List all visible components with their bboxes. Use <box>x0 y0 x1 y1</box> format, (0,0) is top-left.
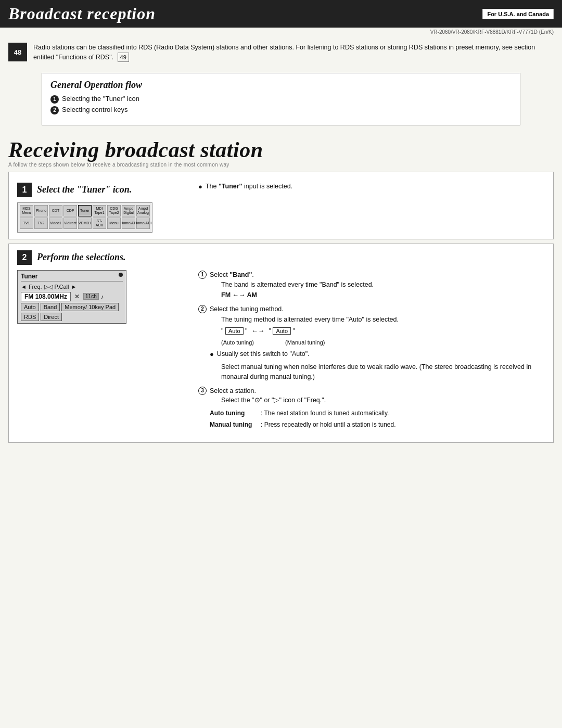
music-icon: ♪ <box>101 293 104 300</box>
auto-badge: Auto <box>225 327 244 335</box>
receiving-title: Receiving broadcast station <box>8 138 554 162</box>
region-badge: For U.S.A. and Canada <box>482 9 554 19</box>
freq-display: FM 108.00MHz <box>21 292 71 301</box>
step1-frame: 1 Select the "Tuner" icon. MDSMenu Phono… <box>8 172 554 239</box>
band-button[interactable]: Band <box>41 303 60 311</box>
grid-cell-tuner: Tuner <box>78 205 92 216</box>
operation-flow-title: General Operation flow <box>50 80 512 91</box>
step2-header: 2 Perform the selections. <box>17 250 545 265</box>
operation-flow-item-2: 2 Selecting control keys <box>50 106 512 114</box>
ch-badge: 11ch <box>83 293 99 300</box>
pcall-label: P.Call <box>55 284 69 290</box>
auto-caption: (Auto tuning) <box>221 338 254 347</box>
step1-left: 1 Select the "Tuner" icon. MDSMenu Phono… <box>17 183 194 233</box>
tuner-freq-row: ◄ Freq. ▷◁ P.Call ► <box>21 284 123 290</box>
note-3-bottom: Auto tuning : The next station found is … <box>210 408 395 430</box>
grid-cell-menu: Menu <box>107 218 121 229</box>
note-2-detail: The tuning method is alternated every ti… <box>210 315 545 325</box>
auto-quote-label: " Auto " <box>221 326 247 336</box>
intro-paragraph: Radio stations can be classified into RD… <box>33 44 535 61</box>
step2-label: Perform the selections. <box>37 252 125 263</box>
grid-cell-cdf: CDF <box>63 205 77 216</box>
note-3: 3 Select a station. Select the "⊙" or "▷… <box>198 386 545 432</box>
direct-button[interactable]: Direct <box>41 313 62 321</box>
note-3-content: Select a station. Select the "⊙" or "▷" … <box>210 386 395 432</box>
tuner-status-dot <box>119 273 123 277</box>
note-num-1: 1 <box>198 271 207 279</box>
memory-pad-button[interactable]: Memory/ 10key Pad <box>61 303 119 311</box>
page-reference: 49 <box>118 53 129 62</box>
tuner-btn-row-2: RDS Direct <box>21 313 123 321</box>
page-title: Broadcast reception <box>8 4 156 23</box>
auto-button[interactable]: Auto <box>21 303 39 311</box>
grid-cell-video1: Video1 <box>49 218 62 229</box>
operation-flow-box: General Operation flow 1 Selecting the "… <box>42 73 520 125</box>
grid-cell-mdi: MDITape1 <box>93 205 106 216</box>
tuner-title-text: Tuner <box>21 273 37 280</box>
receiving-subtitle: A follow the steps shown below to receiv… <box>8 162 554 168</box>
grid-cell-tv1: TV1 <box>20 218 33 229</box>
grid-cell-vdmd: VDMD1 <box>78 218 92 229</box>
note-2-extra1-text: Usually set this switch to "Auto". <box>217 349 310 359</box>
intro-section: 48 Radio stations can be classified into… <box>0 36 562 69</box>
note-3-detail: Select the "⊙" or "▷" icon of "Freq.". <box>210 395 395 405</box>
flow-num-1: 1 <box>50 95 59 104</box>
note-1-title: Select "Band". <box>210 271 254 278</box>
main-section: Receiving broadcast station A follow the… <box>0 130 562 168</box>
auto-tuning-key: Auto tuning <box>210 408 257 418</box>
note-1: 1 Select "Band". The band is alternated … <box>198 270 545 300</box>
page-number-badge: 48 <box>8 43 27 61</box>
step2-number-badge: 2 <box>17 250 32 265</box>
freq-label: Freq. <box>29 284 42 290</box>
step2-row: Tuner ◄ Freq. ▷◁ P.Call ► FM 108.00MHz <box>17 270 545 436</box>
grid-cell-home2: Home/ATII <box>136 218 150 229</box>
manual-tuning-text: : Press repeatedly or hold until a stati… <box>261 420 395 430</box>
manual-caption: (Manual tuning) <box>285 338 325 347</box>
arrow-right-icon[interactable]: ► <box>71 284 77 290</box>
tuner-panel-title: Tuner <box>21 273 123 282</box>
step1-note-text: The "Tuner" input is selected. <box>206 183 292 190</box>
note-3-title: Select a station. <box>210 387 256 394</box>
bullet-dot-1: ● <box>198 183 202 190</box>
grid-cell-phono: Phono <box>34 205 48 216</box>
model-number: VR-2060/VR-2080/KRF-V8881D/KRF-V7771D (E… <box>0 28 562 36</box>
note-2-title: Select the tuning method. <box>210 305 284 313</box>
rds-button[interactable]: RDS <box>21 313 39 321</box>
manual-tuning-key: Manual tuning <box>210 420 257 430</box>
step2-left: Tuner ◄ Freq. ▷◁ P.Call ► FM 108.00MHz <box>17 270 194 436</box>
grid-cell-digital: AmpdDigital <box>122 205 135 216</box>
grid-cell-analog: AmpdAnalog <box>136 205 150 216</box>
note-2-content: Select the tuning method. The tuning met… <box>210 304 545 382</box>
step1-right: ● The "Tuner" input is selected. <box>194 183 545 233</box>
grid-cell-staux: ST-AUX <box>93 218 106 229</box>
manual-quote-label: " Auto " <box>269 326 295 336</box>
tuner-panel: Tuner ◄ Freq. ▷◁ P.Call ► FM 108.00MHz <box>17 270 126 324</box>
step1-number-badge: 1 <box>17 183 32 197</box>
step2-inner: 2 Perform the selections. Tuner ◄ Freq. … <box>9 244 553 442</box>
step2-right: 1 Select "Band". The band is alternated … <box>194 270 545 436</box>
intro-text: Radio stations can be classified into RD… <box>33 43 554 62</box>
step1-note: ● The "Tuner" input is selected. <box>198 183 545 190</box>
note-1-detail: The band is alternated every time "Band"… <box>210 280 374 290</box>
step1-inner: 1 Select the "Tuner" icon. MDSMenu Phono… <box>9 172 553 239</box>
note-2: 2 Select the tuning method. The tuning m… <box>198 304 545 382</box>
tuner-grid-row-2: TV1 TV2 Video1 V-direct VDMD1 ST-AUX Men… <box>20 218 150 229</box>
flow-item-1-text: Selecting the "Tuner" icon <box>62 95 139 103</box>
auto-tuning-note: Auto tuning : The next station found is … <box>210 408 395 418</box>
grid-cell-cdt: CDT <box>49 205 62 216</box>
manual-tuning-note: Manual tuning : Press repeatedly or hold… <box>210 420 395 430</box>
x-icon: ✕ <box>74 293 80 300</box>
flow-item-2-text: Selecting control keys <box>62 106 127 113</box>
tuner-icon-grid: MDSMenu Phono CDT CDF Tuner MDITape1 CDG… <box>17 202 152 233</box>
grid-cell-cdg: CDGTape2 <box>107 205 121 216</box>
step1-label: Select the "Tuner" icon. <box>37 184 132 195</box>
arrow-left-icon[interactable]: ◄ <box>21 284 27 290</box>
auto-tuning-text: : The next station found is tuned automa… <box>261 408 389 418</box>
tuner-freq-display-row: FM 108.00MHz ✕ 11ch ♪ <box>21 292 123 301</box>
tuning-captions: (Auto tuning) (Manual tuning) <box>210 338 545 347</box>
arrow-right-circle-icon[interactable]: ▷◁ <box>44 284 53 290</box>
tuner-grid-row-1: MDSMenu Phono CDT CDF Tuner MDITape1 CDG… <box>20 205 150 216</box>
bullet-dot-2: ● <box>210 349 214 360</box>
operation-flow-item-1: 1 Selecting the "Tuner" icon <box>50 95 512 104</box>
manual-badge: Auto <box>273 327 291 335</box>
